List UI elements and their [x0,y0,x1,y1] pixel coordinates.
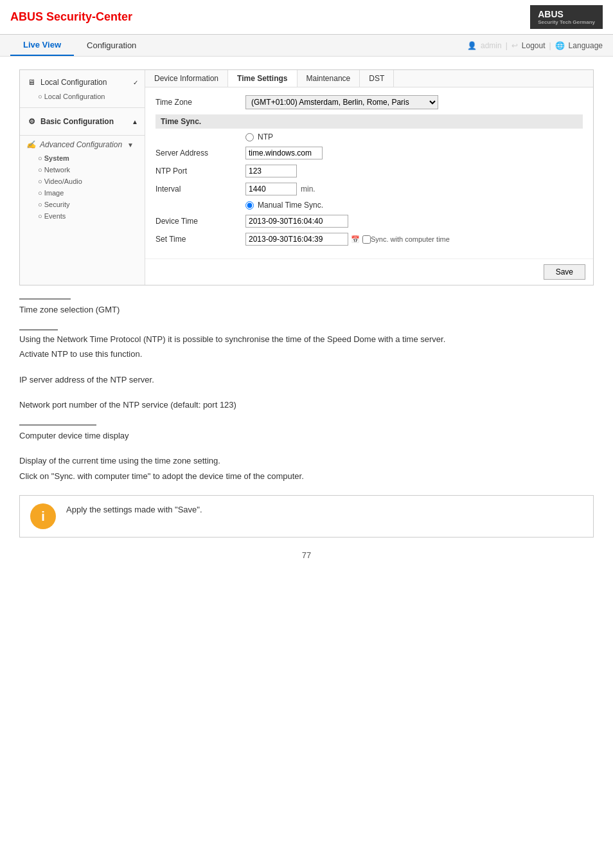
ntp-port-row: NTP Port 123 [155,165,583,177]
content-area: Device Information Time Settings Mainten… [145,70,593,285]
configuration-tab[interactable]: Configuration [74,35,149,56]
brand-name: ABUS Security-Center [10,10,132,24]
tab-time-settings[interactable]: Time Settings [228,70,297,87]
device-time-input[interactable]: 2013-09-30T16:04:40 [245,215,348,228]
language-icon: 🌐 [555,41,565,50]
manual-time-sync-radio[interactable] [245,201,254,210]
save-bar: Save [145,258,593,285]
sidebar-basic-config-section: ⚙ Basic Configuration ▲ [20,109,145,134]
logo-sub: Security Tech Germany [538,19,595,25]
logout-icon: ↩ [511,41,518,50]
brand-rest: Security-Center [43,10,132,23]
server-address-row: Server Address time.windows.com [155,147,583,159]
server-address-input[interactable]: time.windows.com [245,147,323,159]
ntp-radio-row: NTP [155,132,583,141]
descriptions-area: Time zone selection (GMT) Using the Netw… [19,298,594,482]
time-zone-row: Time Zone (GMT+01:00) Amsterdam, Berlin,… [155,95,583,109]
time-zone-select[interactable]: (GMT+01:00) Amsterdam, Berlin, Rome, Par… [245,95,438,109]
ntp-radio-item: NTP [245,132,273,141]
desc-port-text: Network port number of the NTP service (… [19,399,594,411]
page-number: 77 [0,550,613,560]
local-config-icon: 🖥 [26,77,37,87]
desc-section-port: Network port number of the NTP service (… [19,399,594,411]
desc-section-server: IP server address of the NTP server. [19,374,594,386]
navbar: Live View Configuration 👤 admin | ↩ Logo… [0,35,613,57]
local-config-label: Local Configuration [40,78,107,87]
logout-link[interactable]: Logout [522,41,546,50]
desc-section-settime: Display of the current time using the ti… [19,455,594,482]
abus-logo: ABUS Security Tech Germany [530,5,603,29]
set-time-input[interactable]: 2013-09-30T16:04:39 [245,233,348,246]
content-tabs: Device Information Time Settings Mainten… [145,70,593,87]
main-panel: 🖥 Local Configuration ✓ ○ Local Configur… [19,69,594,285]
separator2: | [549,41,551,50]
desc-timezone-text: Time zone selection (GMT) [19,303,594,316]
sidebar-local-config-sub[interactable]: ○ Local Configuration [20,91,145,102]
interval-unit: min. [301,185,315,194]
tab-dst[interactable]: DST [360,70,394,87]
sidebar-system[interactable]: ○ System [20,152,145,164]
info-box: i Apply the settings made with "Save". [19,495,594,538]
interval-label: Interval [155,185,245,194]
sidebar-events[interactable]: ○ Events [20,210,145,222]
desc-section-timezone: Time zone selection (GMT) [19,298,594,316]
logo-text: ABUS [538,9,564,19]
server-address-label: Server Address [155,149,245,158]
desc-settime-text3: Click on "Sync. with computer time" to a… [19,470,594,483]
desc-ntp-text1: Using the Network Time Protocol (NTP) it… [19,333,594,346]
sync-label: Sync. with computer time [371,235,450,243]
interval-row: Interval 1440 min. [155,183,583,195]
divider-timezone [19,298,71,300]
divider-devicetime [19,424,96,426]
calendar-icon[interactable]: 📅 [351,235,360,244]
divider-small [19,329,58,330]
ntp-radio[interactable] [245,133,254,141]
basic-config-chevron: ▲ [132,118,138,125]
navbar-right: 👤 admin | ↩ Logout | 🌐 Language [467,41,603,50]
sync-checkbox[interactable] [362,235,371,244]
brand-abus: ABUS [10,10,43,23]
tab-maintenance[interactable]: Maintenance [298,70,360,87]
basic-config-icon: ⚙ [26,116,37,127]
sidebar-local-configuration[interactable]: 🖥 Local Configuration ✓ [20,74,145,91]
manual-time-sync-row: Manual Time Sync. [155,201,583,210]
device-time-label: Device Time [155,217,245,226]
admin-label: admin [481,41,502,50]
desc-section-ntp: Using the Network Time Protocol (NTP) it… [19,333,594,361]
sidebar-image[interactable]: ○ Image [20,187,145,199]
device-time-row: Device Time 2013-09-30T16:04:40 [155,215,583,228]
sidebar-video-audio[interactable]: ○ Video/Audio [20,176,145,187]
manual-ts-radio-item: Manual Time Sync. [245,201,323,210]
sidebar: 🖥 Local Configuration ✓ ○ Local Configur… [20,70,145,285]
user-icon: 👤 [467,41,477,50]
sidebar-divider2 [20,135,145,136]
ntp-port-label: NTP Port [155,167,245,176]
set-time-row: Set Time 2013-09-30T16:04:39 📅 Sync. wit… [155,233,583,246]
interval-input[interactable]: 1440 [245,183,297,195]
sidebar-advanced-config[interactable]: ✍ Advanced Configuration ▼ [20,137,145,152]
info-icon: i [30,503,56,529]
time-sync-header: Time Sync. [155,114,583,129]
desc-ntp-text2: Activate NTP to use this function. [19,348,594,361]
separator1: | [506,41,508,50]
header: ABUS Security-Center ABUS Security Tech … [0,0,613,35]
adv-config-icon: ✍ [26,140,36,149]
live-view-tab[interactable]: Live View [10,35,74,56]
save-button[interactable]: Save [544,264,585,280]
desc-settime-text2: Display of the current time using the ti… [19,455,594,467]
sidebar-divider1 [20,107,145,108]
set-time-label: Set Time [155,235,245,244]
language-link[interactable]: Language [569,41,603,50]
basic-config-label: Basic Configuration [40,117,114,126]
tab-device-information[interactable]: Device Information [145,70,228,87]
sidebar-security[interactable]: ○ Security [20,199,145,210]
sidebar-local-config-section: 🖥 Local Configuration ✓ ○ Local Configur… [20,70,145,106]
local-config-chevron: ✓ [133,79,138,86]
sidebar-basic-configuration[interactable]: ⚙ Basic Configuration ▲ [20,113,145,130]
ntp-port-input[interactable]: 123 [245,165,297,177]
desc-section-devicetime: Computer device time display [19,424,594,442]
info-text: Apply the settings made with "Save". [66,503,202,516]
sidebar-network[interactable]: ○ Network [20,164,145,176]
ntp-radio-label: NTP [258,132,273,141]
navbar-tabs: Live View Configuration [10,35,149,56]
